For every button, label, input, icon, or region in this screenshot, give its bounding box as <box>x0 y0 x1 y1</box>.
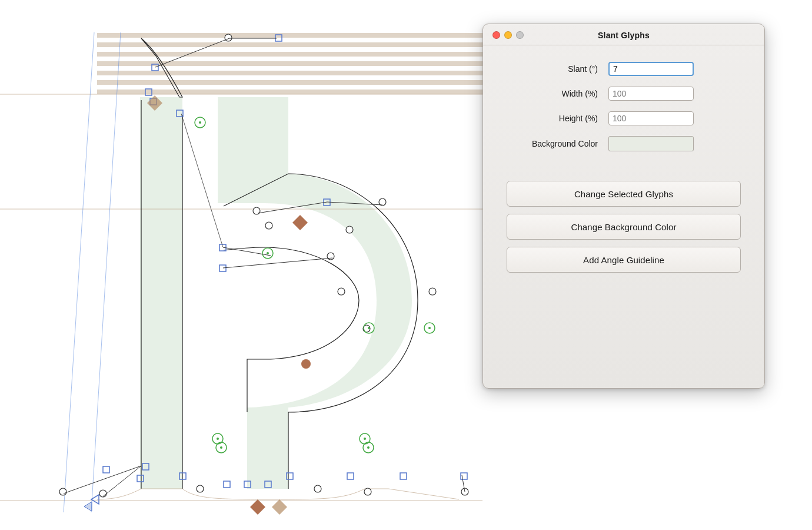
change-selected-glyphs-button[interactable]: Change Selected Glyphs <box>507 181 741 207</box>
slant-label: Slant (°) <box>513 64 598 74</box>
svg-line-77 <box>64 466 141 493</box>
svg-point-58 <box>364 438 366 440</box>
svg-line-9 <box>91 32 121 512</box>
svg-marker-63 <box>250 499 265 515</box>
svg-line-76 <box>103 466 141 496</box>
svg-line-73 <box>181 114 223 247</box>
svg-rect-5 <box>97 32 482 94</box>
background-color-label: Background Color <box>513 139 598 148</box>
svg-rect-27 <box>461 473 467 479</box>
svg-point-54 <box>217 438 219 440</box>
width-row: Width (%) <box>513 87 735 101</box>
svg-rect-18 <box>219 265 226 271</box>
buttons-area: Change Selected Glyphs Change Background… <box>483 174 764 284</box>
svg-rect-19 <box>103 466 109 473</box>
svg-line-74 <box>223 258 332 268</box>
svg-point-46 <box>199 121 201 124</box>
svg-point-65 <box>301 359 311 369</box>
svg-point-32 <box>253 207 260 214</box>
dialog-title: Slant Glyphs <box>598 31 650 40</box>
svg-point-35 <box>327 253 334 260</box>
svg-marker-67 <box>84 502 92 511</box>
background-color-row: Background Color <box>513 136 735 151</box>
close-button[interactable] <box>492 31 500 39</box>
add-angle-guideline-button[interactable]: Add Angle Guideline <box>507 247 741 273</box>
svg-rect-26 <box>400 473 407 479</box>
svg-marker-64 <box>272 499 287 515</box>
svg-point-43 <box>364 488 371 495</box>
traffic-lights <box>492 31 524 39</box>
height-row: Height (%) <box>513 111 735 125</box>
svg-point-60 <box>367 446 370 449</box>
canvas-area <box>0 0 482 530</box>
width-input[interactable] <box>608 87 694 101</box>
height-label: Height (%) <box>513 114 598 123</box>
svg-point-33 <box>265 222 272 229</box>
maximize-button[interactable] <box>516 31 524 39</box>
height-input[interactable] <box>608 111 694 125</box>
svg-point-41 <box>197 485 204 492</box>
title-bar: Slant Glyphs <box>483 24 764 45</box>
slant-glyphs-dialog: Slant Glyphs Slant (°) Width (%) Height … <box>482 24 765 389</box>
change-background-color-button[interactable]: Change Background Color <box>507 214 741 240</box>
svg-point-42 <box>314 485 321 492</box>
svg-line-10 <box>64 32 94 512</box>
svg-point-30 <box>225 34 232 41</box>
svg-line-72 <box>223 247 271 256</box>
svg-point-56 <box>220 446 222 449</box>
form-area: Slant (°) Width (%) Height (%) Backgroun… <box>483 45 764 174</box>
glyph-editor-svg <box>0 0 482 530</box>
svg-point-48 <box>267 252 269 254</box>
minimize-button[interactable] <box>504 31 512 39</box>
svg-rect-22 <box>224 481 230 488</box>
svg-point-36 <box>338 288 345 295</box>
slant-input[interactable] <box>608 62 694 76</box>
svg-rect-25 <box>347 473 354 479</box>
svg-point-52 <box>428 327 431 329</box>
svg-point-50 <box>368 327 370 329</box>
svg-point-34 <box>346 226 353 233</box>
svg-point-37 <box>429 288 436 295</box>
svg-point-39 <box>99 490 107 497</box>
svg-marker-61 <box>292 215 308 230</box>
width-label: Width (%) <box>513 89 598 98</box>
svg-point-40 <box>59 488 66 495</box>
background-color-swatch[interactable] <box>608 136 694 151</box>
svg-point-31 <box>379 198 386 206</box>
slant-row: Slant (°) <box>513 62 735 76</box>
